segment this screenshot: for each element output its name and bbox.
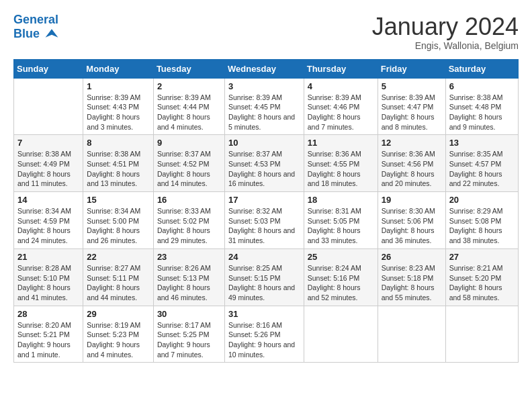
calendar-cell: 5Sunrise: 8:39 AMSunset: 4:47 PMDaylight… bbox=[378, 78, 445, 135]
calendar-cell: 29Sunrise: 8:19 AMSunset: 5:23 PMDayligh… bbox=[83, 306, 154, 363]
calendar-cell bbox=[304, 306, 378, 363]
day-number: 4 bbox=[308, 81, 374, 91]
day-number: 10 bbox=[228, 138, 300, 148]
col-header-wednesday: Wednesday bbox=[224, 59, 304, 78]
day-info: Sunrise: 8:39 AMSunset: 4:47 PMDaylight:… bbox=[382, 93, 442, 132]
day-number: 11 bbox=[308, 138, 374, 148]
day-info: Sunrise: 8:38 AMSunset: 4:49 PMDaylight:… bbox=[17, 149, 79, 189]
day-number: 9 bbox=[157, 138, 221, 148]
day-info: Sunrise: 8:19 AMSunset: 5:23 PMDaylight:… bbox=[87, 320, 150, 360]
calendar-cell: 15Sunrise: 8:34 AMSunset: 5:00 PMDayligh… bbox=[83, 192, 154, 249]
calendar-cell: 11Sunrise: 8:36 AMSunset: 4:55 PMDayligh… bbox=[304, 135, 378, 192]
day-info: Sunrise: 8:38 AMSunset: 4:48 PMDaylight:… bbox=[449, 93, 515, 132]
calendar-cell: 7Sunrise: 8:38 AMSunset: 4:49 PMDaylight… bbox=[14, 135, 83, 192]
calendar-cell: 16Sunrise: 8:33 AMSunset: 5:02 PMDayligh… bbox=[153, 192, 224, 249]
calendar-cell: 9Sunrise: 8:37 AMSunset: 4:52 PMDaylight… bbox=[153, 135, 224, 192]
logo-bird-icon bbox=[44, 27, 59, 42]
day-info: Sunrise: 8:39 AMSunset: 4:44 PMDaylight:… bbox=[157, 93, 221, 132]
day-info: Sunrise: 8:35 AMSunset: 4:57 PMDaylight:… bbox=[449, 149, 515, 189]
day-info: Sunrise: 8:37 AMSunset: 4:52 PMDaylight:… bbox=[157, 149, 221, 189]
svg-marker-0 bbox=[46, 29, 58, 38]
calendar-cell bbox=[378, 306, 445, 363]
location-subtitle: Engis, Wallonia, Belgium bbox=[372, 40, 519, 51]
calendar-cell: 21Sunrise: 8:28 AMSunset: 5:10 PMDayligh… bbox=[14, 248, 83, 306]
calendar-cell: 27Sunrise: 8:21 AMSunset: 5:20 PMDayligh… bbox=[445, 248, 518, 306]
calendar-cell: 2Sunrise: 8:39 AMSunset: 4:44 PMDaylight… bbox=[153, 78, 224, 135]
day-number: 6 bbox=[449, 81, 515, 91]
day-info: Sunrise: 8:20 AMSunset: 5:21 PMDaylight:… bbox=[17, 320, 79, 360]
calendar-header-row: SundayMondayTuesdayWednesdayThursdayFrid… bbox=[14, 59, 519, 78]
day-number: 16 bbox=[157, 195, 221, 205]
day-number: 19 bbox=[382, 195, 442, 205]
day-info: Sunrise: 8:16 AMSunset: 5:26 PMDaylight:… bbox=[228, 320, 300, 360]
calendar-week-row: 1Sunrise: 8:39 AMSunset: 4:43 PMDaylight… bbox=[14, 78, 519, 135]
calendar-cell: 20Sunrise: 8:29 AMSunset: 5:08 PMDayligh… bbox=[445, 192, 518, 249]
day-number: 12 bbox=[382, 138, 442, 148]
page-header: General Blue January 2024 Engis, Walloni… bbox=[13, 13, 519, 51]
calendar-cell: 24Sunrise: 8:25 AMSunset: 5:15 PMDayligh… bbox=[224, 248, 304, 306]
day-info: Sunrise: 8:21 AMSunset: 5:20 PMDaylight:… bbox=[449, 263, 515, 303]
calendar-week-row: 14Sunrise: 8:34 AMSunset: 4:59 PMDayligh… bbox=[14, 192, 519, 249]
calendar-cell: 18Sunrise: 8:31 AMSunset: 5:05 PMDayligh… bbox=[304, 192, 378, 249]
day-number: 17 bbox=[228, 195, 300, 205]
day-info: Sunrise: 8:24 AMSunset: 5:16 PMDaylight:… bbox=[308, 263, 374, 303]
calendar-cell: 12Sunrise: 8:36 AMSunset: 4:56 PMDayligh… bbox=[378, 135, 445, 192]
calendar-cell: 8Sunrise: 8:38 AMSunset: 4:51 PMDaylight… bbox=[83, 135, 154, 192]
day-info: Sunrise: 8:36 AMSunset: 4:55 PMDaylight:… bbox=[308, 149, 374, 189]
day-info: Sunrise: 8:27 AMSunset: 5:11 PMDaylight:… bbox=[87, 263, 150, 303]
month-title: January 2024 bbox=[372, 13, 519, 40]
calendar-cell: 26Sunrise: 8:23 AMSunset: 5:18 PMDayligh… bbox=[378, 248, 445, 306]
day-number: 8 bbox=[87, 138, 150, 148]
calendar-cell: 22Sunrise: 8:27 AMSunset: 5:11 PMDayligh… bbox=[83, 248, 154, 306]
day-info: Sunrise: 8:39 AMSunset: 4:43 PMDaylight:… bbox=[87, 93, 150, 132]
day-info: Sunrise: 8:37 AMSunset: 4:53 PMDaylight:… bbox=[228, 149, 300, 189]
calendar-cell: 1Sunrise: 8:39 AMSunset: 4:43 PMDaylight… bbox=[83, 78, 154, 135]
day-number: 1 bbox=[87, 81, 150, 91]
col-header-friday: Friday bbox=[378, 59, 445, 78]
calendar-week-row: 21Sunrise: 8:28 AMSunset: 5:10 PMDayligh… bbox=[14, 248, 519, 306]
day-number: 31 bbox=[228, 309, 300, 319]
calendar-cell bbox=[14, 78, 83, 135]
day-number: 5 bbox=[382, 81, 442, 91]
day-info: Sunrise: 8:34 AMSunset: 5:00 PMDaylight:… bbox=[87, 206, 150, 246]
calendar-cell: 10Sunrise: 8:37 AMSunset: 4:53 PMDayligh… bbox=[224, 135, 304, 192]
calendar-cell: 17Sunrise: 8:32 AMSunset: 5:03 PMDayligh… bbox=[224, 192, 304, 249]
col-header-thursday: Thursday bbox=[304, 59, 378, 78]
logo-blue: Blue bbox=[13, 27, 59, 42]
day-number: 24 bbox=[228, 252, 300, 262]
title-block: January 2024 Engis, Wallonia, Belgium bbox=[372, 13, 519, 51]
day-info: Sunrise: 8:23 AMSunset: 5:18 PMDaylight:… bbox=[382, 263, 442, 303]
calendar-week-row: 28Sunrise: 8:20 AMSunset: 5:21 PMDayligh… bbox=[14, 306, 519, 363]
calendar-cell: 28Sunrise: 8:20 AMSunset: 5:21 PMDayligh… bbox=[14, 306, 83, 363]
day-number: 15 bbox=[87, 195, 150, 205]
day-info: Sunrise: 8:33 AMSunset: 5:02 PMDaylight:… bbox=[157, 206, 221, 246]
col-header-saturday: Saturday bbox=[445, 59, 518, 78]
day-info: Sunrise: 8:32 AMSunset: 5:03 PMDaylight:… bbox=[228, 206, 300, 246]
calendar-cell: 30Sunrise: 8:17 AMSunset: 5:25 PMDayligh… bbox=[153, 306, 224, 363]
day-number: 22 bbox=[87, 252, 150, 262]
day-number: 25 bbox=[308, 252, 374, 262]
calendar-cell: 3Sunrise: 8:39 AMSunset: 4:45 PMDaylight… bbox=[224, 78, 304, 135]
col-header-sunday: Sunday bbox=[14, 59, 83, 78]
calendar-cell: 4Sunrise: 8:39 AMSunset: 4:46 PMDaylight… bbox=[304, 78, 378, 135]
day-number: 30 bbox=[157, 309, 221, 319]
calendar-table: SundayMondayTuesdayWednesdayThursdayFrid… bbox=[13, 59, 519, 363]
day-info: Sunrise: 8:17 AMSunset: 5:25 PMDaylight:… bbox=[157, 320, 221, 360]
calendar-cell: 6Sunrise: 8:38 AMSunset: 4:48 PMDaylight… bbox=[445, 78, 518, 135]
calendar-cell: 13Sunrise: 8:35 AMSunset: 4:57 PMDayligh… bbox=[445, 135, 518, 192]
day-number: 27 bbox=[449, 252, 515, 262]
day-info: Sunrise: 8:31 AMSunset: 5:05 PMDaylight:… bbox=[308, 206, 374, 246]
calendar-cell bbox=[445, 306, 518, 363]
day-number: 21 bbox=[17, 252, 79, 262]
day-number: 28 bbox=[17, 309, 79, 319]
logo-blue-text: Blue bbox=[13, 27, 40, 40]
day-number: 2 bbox=[157, 81, 221, 91]
calendar-cell: 19Sunrise: 8:30 AMSunset: 5:06 PMDayligh… bbox=[378, 192, 445, 249]
day-info: Sunrise: 8:39 AMSunset: 4:45 PMDaylight:… bbox=[228, 93, 300, 132]
calendar-cell: 14Sunrise: 8:34 AMSunset: 4:59 PMDayligh… bbox=[14, 192, 83, 249]
calendar-cell: 23Sunrise: 8:26 AMSunset: 5:13 PMDayligh… bbox=[153, 248, 224, 306]
logo-text: General bbox=[13, 13, 59, 27]
day-number: 20 bbox=[449, 195, 515, 205]
logo-general: General bbox=[13, 13, 58, 26]
col-header-monday: Monday bbox=[83, 59, 154, 78]
